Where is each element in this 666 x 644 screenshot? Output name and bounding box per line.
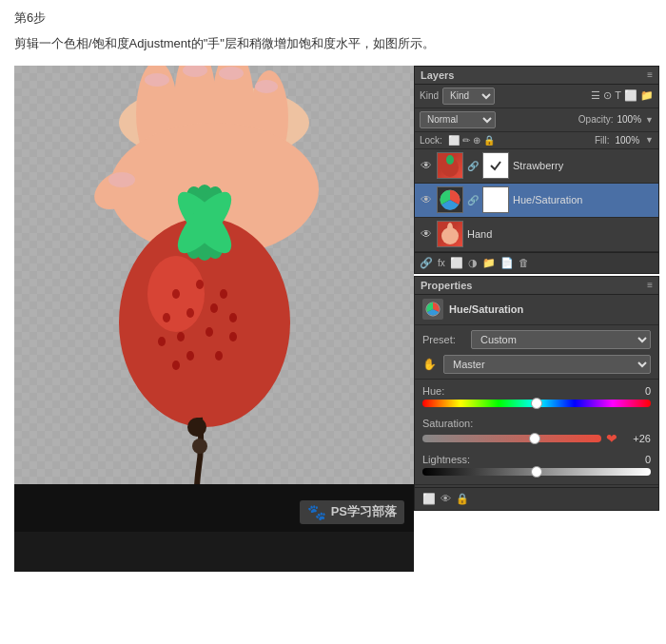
props-icon-1[interactable]: ⬜ (422, 493, 436, 505)
canvas-footer (14, 532, 414, 572)
properties-subtitle-text: Hue/Saturation (449, 303, 523, 315)
layers-panel-header: Layers ≡ (415, 67, 658, 85)
svg-point-20 (215, 351, 223, 361)
saturation-thumb[interactable] (529, 433, 540, 444)
layer-row-hue-sat[interactable]: 👁 🔗 Hue (415, 184, 658, 218)
adjustment-icon[interactable]: ◑ (468, 257, 478, 269)
blending-row: Normal Opacity: 100% ▼ (415, 108, 658, 132)
step-desc: 剪辑一个色相/饱和度Adjustment的"手"层和稍微增加饱和度水平，如图所示… (14, 34, 652, 54)
layer-row-hand[interactable]: 👁 Hand (415, 218, 658, 252)
eye-icon-hand[interactable]: 👁 (420, 227, 433, 241)
hue-value: 0 (622, 385, 651, 397)
preset-row: Preset: Custom Default (415, 327, 658, 352)
svg-point-33 (219, 67, 244, 80)
watermark-icon: 🐾 (307, 503, 326, 521)
layer-link-hue-sat: 🔗 (467, 195, 479, 205)
layer-name-hand: Hand (467, 228, 654, 240)
fill-value: 100% (616, 135, 640, 146)
lock-icon-1: ⬜ (448, 135, 460, 146)
lock-icons: ⬜ ✏ ⊕ 🔒 (448, 135, 495, 146)
step-title: 第6步 (14, 10, 652, 27)
saturation-heart-icon: ❤ (606, 431, 617, 446)
watermark: 🐾 PS学习部落 (300, 500, 404, 524)
layer-link-strawberry: 🔗 (467, 161, 479, 171)
svg-point-18 (229, 332, 237, 342)
props-icon-3[interactable]: 🔒 (456, 493, 469, 505)
saturation-label-row: Saturation: (422, 418, 651, 429)
filter-icon-4: ⬜ (624, 89, 637, 102)
lightness-label-row: Lightness: 0 (422, 454, 651, 465)
preset-label: Preset: (422, 334, 465, 345)
thumb-strawberry (437, 152, 463, 179)
hue-slider-section: Hue: 0 (415, 381, 658, 414)
opacity-arrow[interactable]: ▼ (645, 115, 654, 125)
layer-name-strawberry: Strawberry (513, 160, 654, 171)
svg-point-12 (186, 308, 194, 318)
layers-menu-icon[interactable]: ≡ (647, 69, 653, 80)
opacity-value: 100% (617, 114, 642, 125)
hue-thumb[interactable] (531, 398, 542, 409)
lightness-value: 0 (622, 454, 651, 465)
canvas-area: 🐾 PS学习部落 (14, 66, 414, 532)
kind-select[interactable]: Kind (442, 88, 495, 105)
add-mask-icon[interactable]: ⬜ (450, 257, 463, 269)
svg-point-13 (210, 303, 218, 313)
fill-label: Fill: (595, 135, 610, 146)
layers-panel-title: Layers (421, 69, 454, 81)
blend-mode-select[interactable]: Normal (420, 111, 496, 128)
svg-point-9 (172, 289, 180, 299)
svg-point-11 (220, 289, 227, 299)
fill-arrow[interactable]: ▼ (645, 135, 654, 145)
eye-icon-strawberry[interactable]: 👁 (420, 159, 433, 172)
hue-label: Hue: (422, 385, 444, 397)
svg-point-15 (229, 313, 237, 322)
lock-row: Lock: ⬜ ✏ ⊕ 🔒 Fill: 100% ▼ (415, 132, 658, 149)
canvas-column: 🐾 PS学习部落 (14, 66, 414, 572)
divider-1 (415, 324, 658, 325)
svg-point-17 (206, 327, 213, 337)
svg-rect-37 (485, 155, 506, 176)
lightness-label: Lightness: (422, 454, 470, 465)
filter-icon-3: T (615, 89, 621, 102)
filter-icon-5: 📁 (640, 89, 654, 102)
layers-panel-icons: ≡ (647, 69, 653, 80)
svg-point-28 (187, 418, 206, 437)
delete-icon[interactable]: 🗑 (519, 257, 529, 268)
lightness-slider-section: Lightness: 0 (415, 450, 658, 482)
filter-icon-1: ☰ (591, 89, 600, 102)
saturation-track[interactable] (422, 435, 601, 442)
properties-panel: Properties ≡ Hue/Saturation (414, 276, 659, 511)
svg-point-16 (177, 332, 185, 342)
master-row: ✋ Master Reds Yellows Greens Cyans Blues… (415, 352, 658, 377)
hand-tool-icon[interactable]: ✋ (422, 358, 438, 371)
svg-point-30 (108, 172, 135, 187)
eye-icon-hue-sat[interactable]: 👁 (420, 193, 433, 206)
fx-label[interactable]: fx (438, 258, 445, 268)
lock-label: Lock: (420, 135, 442, 146)
filter-icon-2: ⊙ (603, 89, 612, 102)
svg-point-10 (196, 280, 204, 289)
link-bottom-icon[interactable]: 🔗 (420, 257, 433, 269)
properties-subtitle-row: Hue/Saturation (415, 295, 658, 322)
folder-icon[interactable]: 📁 (482, 257, 496, 269)
lightness-thumb[interactable] (531, 466, 542, 478)
watermark-text: PS学习部落 (331, 503, 397, 520)
properties-menu-icon[interactable]: ≡ (647, 280, 653, 290)
lightness-track[interactable] (422, 468, 651, 476)
preset-select[interactable]: Custom Default (471, 330, 651, 349)
master-select[interactable]: Master Reds Yellows Greens Cyans Blues M… (443, 355, 651, 374)
props-icon-2[interactable]: 👁 (441, 493, 451, 504)
properties-bottom-row: ⬜ 👁 🔒 (415, 487, 658, 510)
layer-row-strawberry[interactable]: 👁 🔗 Strawberry (415, 149, 658, 184)
hue-label-row: Hue: 0 (422, 385, 651, 397)
mask-thumb-strawberry (482, 152, 509, 179)
hue-sat-icon (422, 299, 443, 320)
filter-icons: ☰ ⊙ T ⬜ 📁 (591, 89, 654, 102)
lock-icon-3: ⊕ (473, 135, 480, 146)
svg-rect-39 (485, 189, 506, 210)
hue-track[interactable] (422, 400, 651, 407)
saturation-slider-section: Saturation: ❤ +26 (415, 414, 658, 450)
new-layer-icon[interactable]: 📄 (500, 257, 514, 269)
mask-thumb-hue-sat (482, 186, 509, 213)
properties-panel-icons: ≡ (647, 280, 653, 290)
